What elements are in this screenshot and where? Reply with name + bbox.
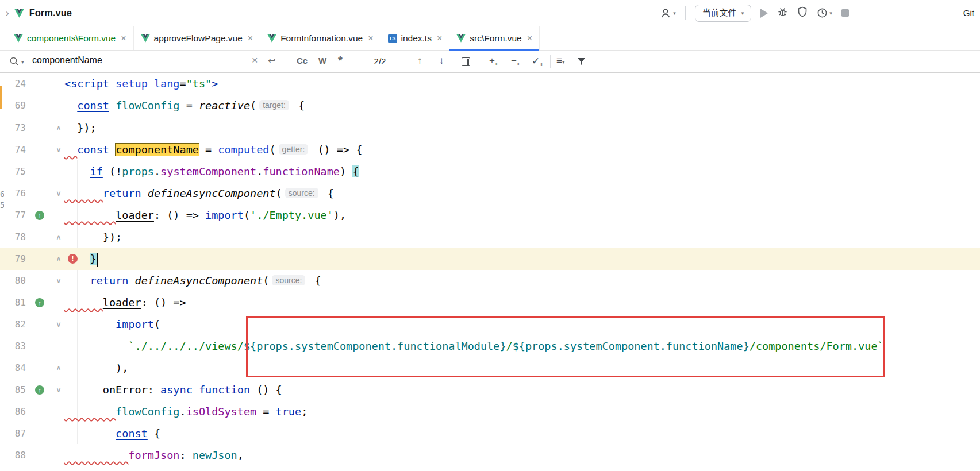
line-number[interactable]: 84 — [0, 357, 26, 379]
find-bar-divider — [352, 55, 352, 68]
editor-tab[interactable]: approveFlowPage.vue× — [134, 26, 261, 50]
code-line[interactable]: 85∨↑ onError: async function () { — [0, 379, 980, 401]
line-number[interactable]: 88 — [0, 445, 26, 466]
whole-words-toggle[interactable]: W — [318, 56, 326, 65]
code-text: loader: () => import('./Empty.vue'), — [64, 204, 346, 226]
breadcrumb-chevron-icon: › — [6, 7, 9, 19]
remove-occurrence-icon[interactable]: −II — [511, 55, 518, 67]
tab-close-icon[interactable]: × — [121, 33, 126, 44]
stop-button[interactable] — [841, 9, 849, 17]
fold-marker-icon[interactable]: ∨ — [53, 139, 64, 161]
code-line[interactable]: 84∧ ), — [0, 357, 980, 379]
code-line[interactable]: 77↑ loader: () => import('./Empty.vue'), — [0, 204, 980, 226]
code-line[interactable]: 76∨ return defineAsyncComponent(source: … — [0, 183, 980, 204]
user-account-button[interactable]: ▾ — [660, 7, 676, 19]
fold-marker-icon[interactable]: ∧ — [53, 117, 64, 139]
code-line[interactable]: 73∧ }); — [0, 117, 980, 139]
line-number[interactable]: 79 — [0, 248, 26, 270]
line-number[interactable]: 78 — [0, 226, 26, 248]
filter-icon[interactable] — [577, 57, 586, 68]
editor-tab[interactable]: components\Form.vue× — [7, 26, 134, 50]
fold-marker-icon[interactable]: ∨ — [53, 183, 64, 204]
toolbar-divider — [954, 6, 954, 20]
tab-close-icon[interactable]: × — [527, 33, 532, 44]
search-history-chevron-icon[interactable]: ▾ — [21, 59, 24, 65]
fold-marker-icon[interactable]: ∨ — [53, 270, 64, 292]
run-button[interactable] — [760, 9, 768, 18]
line-number[interactable]: 83 — [0, 335, 26, 357]
code-editor[interactable]: 24<script setup lang="ts">69 const flowC… — [0, 73, 980, 471]
line-number[interactable]: 74 — [0, 139, 26, 161]
line-number[interactable]: 85 — [0, 379, 26, 401]
search-input[interactable] — [31, 55, 246, 66]
line-number[interactable]: 81 — [0, 292, 26, 314]
line-number[interactable]: 82 — [0, 314, 26, 335]
fold-marker-icon[interactable]: ∧ — [53, 357, 64, 379]
fold-marker-icon[interactable]: ∧ — [53, 248, 64, 270]
line-number[interactable]: 69 — [0, 95, 26, 117]
previous-occurrence-icon[interactable]: ↑ — [417, 55, 422, 67]
git-widget[interactable]: Git — [963, 8, 974, 18]
editor-tab[interactable]: FormInformation.vue× — [260, 26, 381, 50]
line-number[interactable]: 73 — [0, 117, 26, 139]
coverage-button[interactable] — [797, 6, 808, 20]
code-line[interactable]: 74∨ const componentName = computed(gette… — [0, 139, 980, 161]
gutter-arrow-icon[interactable]: ↑ — [35, 385, 44, 395]
tab-close-icon[interactable]: × — [248, 33, 253, 44]
code-line[interactable]: 82∨ import( — [0, 314, 980, 335]
gutter-arrow-icon[interactable]: ↑ — [35, 211, 44, 220]
code-line[interactable]: 69 const flowConfig = reactive(target: { — [0, 95, 980, 117]
chevron-down-icon: ▾ — [741, 10, 744, 16]
find-bar: ▾ × ↩ Cc W * 2/2 ↑ ↓ +II −II ✓II ≡▾ — [0, 51, 980, 73]
match-case-toggle[interactable]: Cc — [297, 56, 308, 65]
code-line[interactable]: 75 if (!props.systemComponent.functionNa… — [0, 161, 980, 183]
code-line[interactable]: 24<script setup lang="ts"> — [0, 73, 980, 95]
editor-tab[interactable]: TSindex.ts× — [381, 26, 450, 50]
window-title: Form.vue — [29, 7, 72, 18]
line-number[interactable]: 80 — [0, 270, 26, 292]
code-line[interactable]: 78∧ }); — [0, 226, 980, 248]
code-line[interactable]: 79∧! } — [0, 248, 980, 270]
chevron-down-icon: ▾ — [829, 10, 832, 16]
tab-close-icon[interactable]: × — [437, 33, 442, 44]
tab-close-icon[interactable]: × — [368, 33, 373, 44]
open-results-icon[interactable] — [462, 57, 470, 66]
select-all-occurrences-icon[interactable]: ✓II — [532, 55, 542, 67]
line-number[interactable]: 86 — [0, 401, 26, 423]
search-options-icon[interactable]: ≡▾ — [556, 55, 564, 67]
line-number[interactable]: 87 — [0, 423, 26, 445]
add-occurrence-icon[interactable]: +II — [489, 55, 497, 67]
newline-icon[interactable]: ↩ — [268, 55, 275, 66]
editor-tab[interactable]: src\Form.vue× — [449, 26, 540, 50]
tab-label: components\Form.vue — [27, 33, 116, 44]
clock-icon — [817, 7, 828, 18]
code-line[interactable]: 86 flowConfig.isOldSystem = true; — [0, 401, 980, 423]
clear-search-icon[interactable]: × — [252, 55, 258, 67]
profiler-button[interactable]: ▾ — [817, 7, 832, 18]
tab-label: src\Form.vue — [470, 33, 521, 44]
run-configuration-label: 当前文件 — [702, 7, 737, 18]
line-number[interactable]: 24 — [0, 73, 26, 95]
search-icon[interactable] — [9, 56, 20, 69]
code-line[interactable]: 88 formJson: newJson, — [0, 445, 980, 466]
line-number[interactable]: 75 — [0, 161, 26, 183]
code-text: loader: () => — [64, 292, 186, 314]
code-text: }); — [64, 226, 122, 248]
user-icon — [660, 7, 671, 19]
next-occurrence-icon[interactable]: ↓ — [439, 55, 444, 67]
code-text: }); — [64, 117, 97, 139]
run-configuration-dropdown[interactable]: 当前文件 ▾ — [695, 5, 752, 22]
vue-file-icon — [267, 34, 276, 43]
code-line[interactable]: 80∨ return defineAsyncComponent(source: … — [0, 270, 980, 292]
fold-marker-icon[interactable]: ∧ — [53, 226, 64, 248]
code-line[interactable]: 81↑ loader: () => — [0, 292, 980, 314]
code-line[interactable]: 87 const { — [0, 423, 980, 445]
code-text: onError: async function () { — [64, 379, 282, 401]
fold-marker-icon[interactable]: ∨ — [53, 379, 64, 401]
tab-label: FormInformation.vue — [280, 33, 363, 44]
regex-toggle[interactable]: * — [338, 54, 343, 67]
debug-button[interactable] — [777, 6, 788, 20]
gutter-arrow-icon[interactable]: ↑ — [35, 298, 44, 307]
code-line[interactable]: 83 `./../../../views/${props.systemCompo… — [0, 335, 980, 357]
fold-marker-icon[interactable]: ∨ — [53, 314, 64, 335]
